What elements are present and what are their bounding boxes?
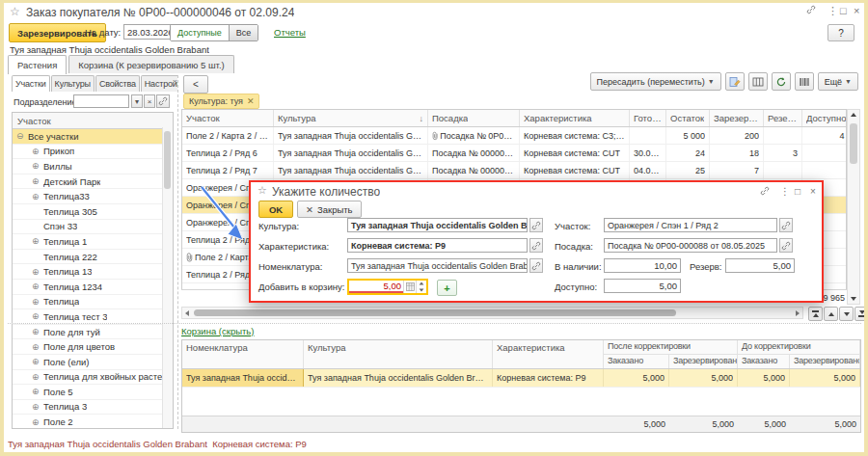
column-header[interactable]: Номенклатура	[182, 340, 304, 368]
tree-expander-icon[interactable]: ⊖	[16, 131, 28, 141]
column-group-header[interactable]: До корректировки	[738, 340, 860, 354]
tab-plants[interactable]: Растения	[8, 55, 67, 74]
tree-expander-icon[interactable]: ⊕	[32, 342, 43, 352]
left-tab-0[interactable]: Участки	[12, 75, 50, 92]
tree-item[interactable]: Спэн 33	[13, 220, 173, 235]
scrollbar-thumb[interactable]	[194, 309, 676, 316]
tree-expander-icon[interactable]: ⊕	[32, 357, 43, 366]
favorite-star-icon[interactable]: ☆	[258, 184, 267, 197]
calculator-icon[interactable]	[403, 281, 416, 293]
tab-cart[interactable]: Корзина (К резервированию 5 шт.)	[68, 55, 233, 73]
left-tab-2[interactable]: Свойства	[95, 75, 140, 92]
tree-item[interactable]: ⊕Поле (ели)	[13, 355, 173, 370]
more-menu-icon[interactable]: ⋮	[780, 186, 790, 197]
table-row[interactable]: Теплица 2 / Ряд 7Туя западная Thuja occi…	[182, 162, 847, 179]
tree-item[interactable]: ⊕Поле для цветов	[13, 339, 173, 355]
column-header[interactable]: Характеристика	[520, 110, 630, 126]
tree-expander-icon[interactable]: ⊕	[32, 327, 43, 336]
favorite-star-icon[interactable]: ☆	[10, 5, 20, 18]
tree-item[interactable]: ⊕Теплица для хвойных растений	[13, 370, 173, 386]
tree-expander-icon[interactable]: ⊕	[32, 267, 43, 277]
tree-scrollbar[interactable]	[162, 127, 173, 428]
culture-open-button[interactable]	[529, 218, 543, 232]
table-row[interactable]: Теплица 2 / Ряд 6Туя западная Thuja occi…	[182, 145, 847, 162]
site-field[interactable]: Оранжерея / Спэн 1 / Ряд 2	[604, 218, 777, 232]
get-link-icon[interactable]	[760, 186, 770, 198]
plants-horizontal-scrollbar[interactable]	[181, 307, 803, 319]
go-prev-button[interactable]	[824, 307, 838, 321]
barcode-button[interactable]	[795, 72, 814, 91]
tree-item[interactable]: ⊕Теплица 3	[13, 400, 173, 416]
column-header[interactable]: Остаток	[666, 110, 710, 126]
quantity-spinner[interactable]	[416, 281, 426, 293]
plants-vertical-scrollbar[interactable]	[847, 109, 860, 305]
available-field[interactable]: 5,00	[604, 279, 681, 293]
help-button[interactable]: ?	[827, 24, 854, 41]
columns-button[interactable]	[748, 72, 768, 91]
ok-button[interactable]: OK	[258, 201, 293, 218]
planting-open-button[interactable]	[779, 238, 793, 253]
tree-item[interactable]: ⊕Теплица 13	[13, 264, 173, 280]
maximize-icon[interactable]: □	[840, 5, 847, 16]
column-group-header[interactable]: После корректировки	[604, 340, 738, 354]
column-header[interactable]: Участок	[182, 110, 274, 126]
tree-expander-icon[interactable]: ⊕	[32, 297, 43, 307]
tree-item[interactable]: ⊕Теплица 1234	[13, 280, 173, 295]
tree-item[interactable]: ⊕Детский Парк	[13, 174, 173, 190]
scroll-down-icon[interactable]	[851, 297, 856, 301]
close-icon[interactable]: ×	[854, 5, 859, 16]
tree-item[interactable]: ⊕Прикоп	[13, 145, 173, 160]
in-stock-field[interactable]: 10,00	[604, 258, 681, 273]
tree-item[interactable]: Теплица 305	[13, 204, 173, 220]
tree-expander-icon[interactable]: ⊕	[32, 161, 43, 171]
tree-expander-icon[interactable]: ⊕	[32, 236, 43, 246]
column-subheader[interactable]: Заказано	[604, 355, 669, 368]
department-clear-icon[interactable]: ×	[144, 94, 155, 108]
column-header[interactable]: Характеристика	[493, 340, 604, 368]
tree-item[interactable]: ⊕Поле 5	[13, 385, 173, 400]
cart-toggle-link[interactable]: Корзина (скрыть)	[181, 326, 254, 336]
tree-expander-icon[interactable]: ⊕	[32, 387, 43, 396]
column-header[interactable]: Культура	[304, 340, 493, 368]
tree-item[interactable]: ⊕Теплица33	[13, 189, 173, 204]
toggle-available[interactable]: Доступные	[171, 25, 230, 40]
culture-field[interactable]: Туя западная Thuja occidentalis Golden B…	[347, 218, 528, 232]
tree-item[interactable]: ⊕Поле 2	[13, 415, 173, 429]
scroll-right-icon[interactable]	[796, 310, 800, 316]
toggle-all[interactable]: Все	[230, 25, 258, 40]
column-header[interactable]: Резерв п...	[764, 110, 802, 126]
close-icon[interactable]: ×	[810, 186, 816, 197]
tree-expander-icon[interactable]: ⊕	[32, 176, 43, 186]
close-button[interactable]: ✕ Закрыть	[297, 201, 362, 218]
site-open-button[interactable]	[779, 218, 793, 232]
scrollbar-thumb[interactable]	[850, 123, 857, 164]
tree-expander-icon[interactable]: ⊕	[32, 192, 43, 201]
department-input[interactable]	[73, 94, 129, 108]
nomenclature-field[interactable]: Туя западная Thuja occidentalis Golden B…	[347, 258, 528, 273]
column-header[interactable]: Культура↓	[274, 110, 428, 126]
collapse-panel-button[interactable]: <	[183, 75, 208, 94]
refresh-button[interactable]	[772, 72, 791, 91]
tree-scrollbar-thumb[interactable]	[164, 131, 171, 189]
quantity-input[interactable]: 5,00	[347, 279, 428, 295]
column-header[interactable]: Посадка	[428, 110, 520, 126]
characteristic-field[interactable]: Корневая система: Р9	[347, 238, 528, 253]
quantity-value[interactable]: 5,00	[349, 281, 403, 293]
left-tab-1[interactable]: Культуры	[51, 75, 95, 92]
tree-expander-icon[interactable]: ⊕	[32, 147, 43, 156]
tree-expander-icon[interactable]: ⊕	[32, 282, 43, 291]
add-button[interactable]: +	[437, 280, 457, 296]
tree-item[interactable]: Теплица 222	[13, 250, 173, 265]
department-dropdown-icon[interactable]: ▾	[131, 94, 143, 108]
go-first-button[interactable]	[808, 307, 823, 321]
tree-expander-icon[interactable]: ⊕	[32, 402, 43, 412]
column-header[interactable]: Доступно	[802, 110, 847, 126]
column-header[interactable]: Зарезервир...	[710, 110, 764, 126]
tree-item[interactable]: ⊕Теплица 1	[13, 234, 173, 250]
scroll-up-icon[interactable]	[851, 113, 856, 117]
column-header[interactable]: Готово	[630, 110, 666, 126]
panel-splitter[interactable]	[177, 75, 179, 429]
pick-button[interactable]	[725, 72, 745, 91]
spin-down-button[interactable]	[417, 287, 426, 294]
column-subheader[interactable]: Заказано	[738, 355, 790, 368]
